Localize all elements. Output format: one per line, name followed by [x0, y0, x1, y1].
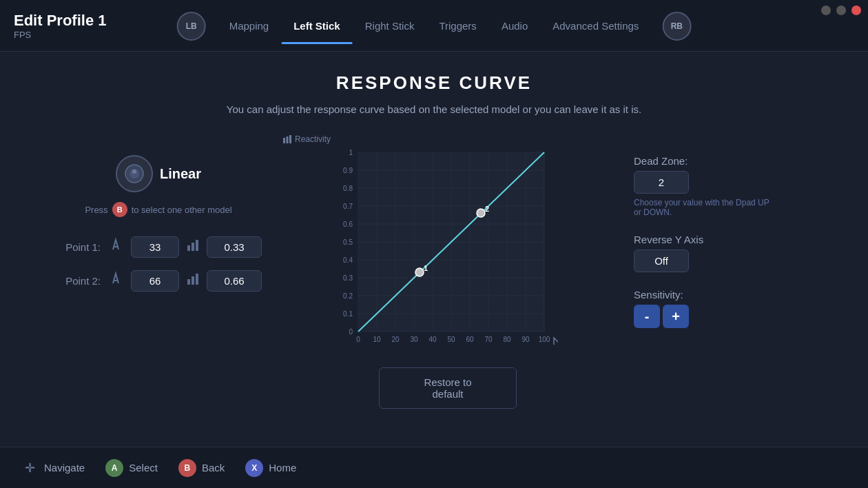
restore-btn-wrap: Restore to default [276, 367, 620, 409]
close-button[interactable] [851, 6, 861, 15]
tab-left-stick[interactable]: Left Stick [281, 14, 353, 37]
svg-text:0.7: 0.7 [343, 203, 353, 210]
tab-mapping[interactable]: Mapping [217, 14, 282, 37]
window-controls [814, 0, 868, 21]
home-action: X Home [245, 459, 296, 477]
title-bar: Edit Profile 1 FPS LB Mapping Left Stick… [0, 0, 868, 52]
select-action: A Select [105, 459, 158, 477]
section-title: RESPONSE CURVE [336, 72, 532, 94]
nav-lb-button[interactable]: LB [177, 12, 206, 41]
minimize-button[interactable] [821, 6, 831, 15]
svg-text:0.4: 0.4 [343, 256, 353, 264]
svg-text:60: 60 [466, 336, 474, 343]
svg-rect-4 [187, 245, 190, 251]
svg-rect-11 [283, 138, 285, 143]
svg-rect-12 [287, 136, 289, 143]
point-1-y-input[interactable] [207, 236, 262, 258]
point-2-label: Point 2: [55, 275, 101, 287]
svg-text:0.2: 0.2 [343, 292, 353, 300]
svg-text:0.3: 0.3 [343, 274, 353, 282]
reactivity-label: Reactivity [282, 134, 331, 144]
sensitivity-label: Sensitivity: [634, 289, 813, 301]
tab-advanced-settings[interactable]: Advanced Settings [540, 14, 651, 37]
app-title-sub: FPS [14, 30, 106, 40]
point-2-y-input[interactable] [207, 270, 262, 292]
nav-rb-button[interactable]: RB [662, 12, 691, 41]
navigate-action: ✛ Navigate [21, 459, 85, 477]
svg-text:0: 0 [349, 328, 353, 336]
svg-text:0.9: 0.9 [343, 167, 353, 174]
sensitivity-minus-button[interactable]: - [634, 305, 660, 328]
svg-text:0.5: 0.5 [343, 238, 353, 246]
svg-text:1: 1 [349, 149, 353, 156]
svg-rect-8 [187, 279, 190, 285]
app-title: Edit Profile 1 FPS [14, 12, 106, 40]
svg-rect-6 [196, 240, 198, 251]
main-content: RESPONSE CURVE You can adjust the respon… [0, 52, 868, 447]
bar-chart-icon-2 [186, 272, 200, 289]
bottom-bar: ✛ Navigate A Select B Back X Home [0, 447, 868, 488]
bar-chart-icon-1 [186, 238, 200, 256]
tab-right-stick[interactable]: Right Stick [353, 14, 427, 37]
svg-rect-13 [289, 135, 291, 143]
b-button-bottom-icon: B [178, 459, 196, 477]
point-1-label: Point 1: [55, 241, 101, 253]
right-panel: Dead Zone: Choose your value with the Dp… [634, 134, 813, 328]
svg-text:0.8: 0.8 [343, 185, 353, 192]
point-2-row: Point 2: [55, 270, 262, 292]
model-hint: Press B to select one other model [85, 202, 231, 217]
point-1-icon [107, 237, 124, 257]
model-icon [116, 155, 153, 192]
svg-text:90: 90 [521, 336, 530, 343]
tab-audio[interactable]: Audio [489, 14, 540, 37]
svg-text:50: 50 [447, 336, 455, 343]
svg-text:40: 40 [428, 336, 437, 343]
svg-text:10: 10 [373, 336, 381, 343]
dead-zone-label: Dead Zone: [634, 155, 813, 167]
svg-text:20: 20 [391, 336, 400, 343]
select-label: Select [129, 462, 158, 474]
model-display: Linear [116, 155, 201, 192]
tab-triggers[interactable]: Triggers [426, 14, 488, 37]
back-label: Back [202, 462, 225, 474]
svg-rect-9 [192, 276, 194, 285]
svg-text:2: 2 [485, 205, 489, 213]
point-2-x-input[interactable] [131, 270, 179, 292]
chart-area: Reactivity [276, 134, 620, 409]
sensitivity-setting: Sensitivity: - + [634, 289, 813, 328]
b-button-icon: B [112, 202, 127, 217]
response-curve-chart: 1 2 0 0.1 0.2 0.3 0.4 0.5 0.6 0.7 0.8 [338, 145, 558, 352]
point-2-icon [107, 271, 124, 291]
maximize-button[interactable] [836, 6, 846, 15]
svg-text:0: 0 [356, 336, 360, 343]
content-row: Linear Press B to select one other model… [55, 134, 813, 409]
reverse-y-value[interactable]: Off [634, 250, 689, 272]
navigate-label: Navigate [44, 462, 85, 474]
left-panel: Linear Press B to select one other model… [55, 134, 262, 304]
point-1-x-input[interactable] [131, 236, 179, 258]
restore-default-button[interactable]: Restore to default [379, 367, 517, 409]
dead-zone-input[interactable] [634, 171, 689, 194]
reverse-y-label: Reverse Y Axis [634, 234, 813, 245]
chart-point-2[interactable] [477, 209, 485, 217]
svg-point-2 [132, 170, 136, 174]
back-action: B Back [178, 459, 225, 477]
chart-point-1[interactable] [415, 268, 424, 276]
a-button-icon: A [105, 459, 123, 477]
dead-zone-setting: Dead Zone: Choose your value with the Dp… [634, 155, 813, 217]
dpad-icon: ✛ [21, 459, 39, 477]
svg-rect-5 [192, 243, 194, 251]
svg-rect-10 [196, 274, 198, 285]
sensitivity-plus-button[interactable]: + [663, 305, 689, 328]
point-1-row: Point 1: [55, 236, 262, 258]
svg-text:1: 1 [424, 264, 428, 272]
sensitivity-controls: - + [634, 305, 813, 328]
dead-zone-hint: Choose your value with the Dpad UP or DO… [634, 198, 772, 217]
app-title-main: Edit Profile 1 [14, 12, 106, 30]
svg-text:80: 80 [503, 336, 511, 343]
home-label: Home [269, 462, 296, 474]
svg-text:70: 70 [484, 336, 493, 343]
svg-text:0.6: 0.6 [343, 221, 353, 228]
model-name: Linear [160, 166, 201, 182]
svg-text:100: 100 [539, 336, 550, 343]
